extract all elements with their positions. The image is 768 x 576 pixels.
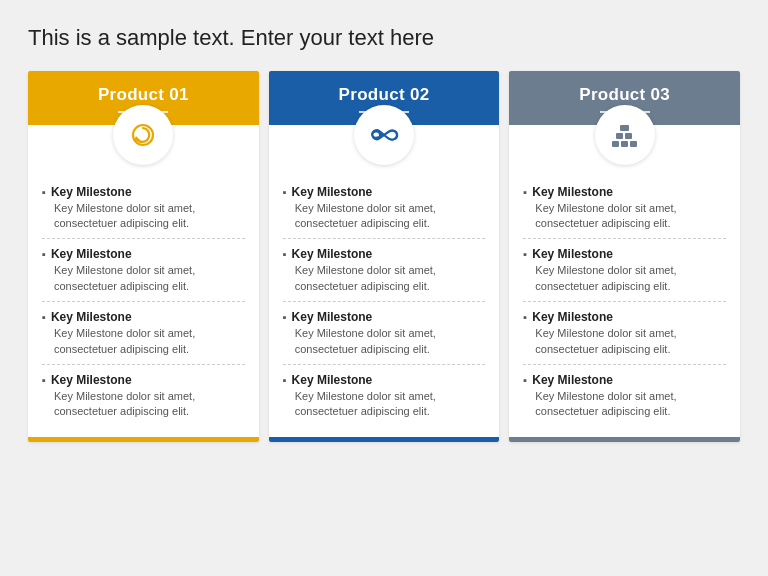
milestone-desc: Key Milestone dolor sit amet, consectetu…: [523, 201, 726, 232]
milestone-item: Key Milestone Key Milestone dolor sit am…: [523, 302, 726, 365]
svg-rect-6: [625, 133, 632, 139]
milestone-desc: Key Milestone dolor sit amet, consectetu…: [283, 326, 486, 357]
page-title: This is a sample text. Enter your text h…: [28, 24, 740, 53]
milestone-title: Key Milestone: [42, 373, 245, 387]
product-card-2: Product 02 Key Milestone Key Milestone d…: [269, 71, 500, 442]
card-footer-bar-2: [269, 437, 500, 442]
milestone-desc: Key Milestone dolor sit amet, consectetu…: [42, 201, 245, 232]
card-title-2: Product 02: [279, 85, 490, 105]
milestone-item: Key Milestone Key Milestone dolor sit am…: [42, 302, 245, 365]
svg-rect-7: [620, 125, 629, 131]
card-title-1: Product 01: [38, 85, 249, 105]
svg-rect-2: [612, 141, 619, 147]
milestone-title: Key Milestone: [283, 247, 486, 261]
milestone-desc: Key Milestone dolor sit amet, consectetu…: [283, 263, 486, 294]
milestone-item: Key Milestone Key Milestone dolor sit am…: [42, 239, 245, 302]
milestone-desc: Key Milestone dolor sit amet, consectetu…: [283, 389, 486, 420]
milestone-title: Key Milestone: [523, 310, 726, 324]
milestone-item: Key Milestone Key Milestone dolor sit am…: [42, 177, 245, 240]
milestone-item: Key Milestone Key Milestone dolor sit am…: [523, 365, 726, 427]
milestone-item: Key Milestone Key Milestone dolor sit am…: [523, 177, 726, 240]
icon-circle-2: [354, 105, 414, 165]
product-card-3: Product 03 Key Milestone Key Milestone d…: [509, 71, 740, 442]
milestone-title: Key Milestone: [42, 185, 245, 199]
milestone-item: Key Milestone Key Milestone dolor sit am…: [283, 302, 486, 365]
card-title-3: Product 03: [519, 85, 730, 105]
milestone-title: Key Milestone: [283, 373, 486, 387]
milestone-item: Key Milestone Key Milestone dolor sit am…: [42, 365, 245, 427]
columns-container: Product 01 Key Milestone Key Milestone d…: [28, 71, 740, 442]
card-body-3: Key Milestone Key Milestone dolor sit am…: [509, 173, 740, 437]
milestone-desc: Key Milestone dolor sit amet, consectetu…: [523, 389, 726, 420]
product-card-1: Product 01 Key Milestone Key Milestone d…: [28, 71, 259, 442]
card-footer-bar-3: [509, 437, 740, 442]
icon-circle-1: [113, 105, 173, 165]
svg-rect-3: [621, 141, 628, 147]
milestone-desc: Key Milestone dolor sit amet, consectetu…: [523, 263, 726, 294]
milestone-desc: Key Milestone dolor sit amet, consectetu…: [42, 263, 245, 294]
refresh-icon: [128, 120, 158, 150]
milestone-title: Key Milestone: [283, 185, 486, 199]
milestone-item: Key Milestone Key Milestone dolor sit am…: [523, 239, 726, 302]
icon-circle-3: [595, 105, 655, 165]
milestone-title: Key Milestone: [523, 247, 726, 261]
milestone-title: Key Milestone: [523, 185, 726, 199]
milestone-desc: Key Milestone dolor sit amet, consectetu…: [42, 326, 245, 357]
milestone-title: Key Milestone: [42, 310, 245, 324]
stack-icon: [610, 120, 640, 150]
milestone-title: Key Milestone: [523, 373, 726, 387]
milestone-item: Key Milestone Key Milestone dolor sit am…: [283, 239, 486, 302]
milestone-item: Key Milestone Key Milestone dolor sit am…: [283, 365, 486, 427]
milestone-desc: Key Milestone dolor sit amet, consectetu…: [523, 326, 726, 357]
infinity-icon: [369, 120, 399, 150]
milestone-desc: Key Milestone dolor sit amet, consectetu…: [283, 201, 486, 232]
svg-rect-4: [630, 141, 637, 147]
card-body-1: Key Milestone Key Milestone dolor sit am…: [28, 173, 259, 437]
milestone-title: Key Milestone: [42, 247, 245, 261]
milestone-item: Key Milestone Key Milestone dolor sit am…: [283, 177, 486, 240]
card-footer-bar-1: [28, 437, 259, 442]
milestone-desc: Key Milestone dolor sit amet, consectetu…: [42, 389, 245, 420]
card-body-2: Key Milestone Key Milestone dolor sit am…: [269, 173, 500, 437]
milestone-title: Key Milestone: [283, 310, 486, 324]
svg-rect-5: [616, 133, 623, 139]
